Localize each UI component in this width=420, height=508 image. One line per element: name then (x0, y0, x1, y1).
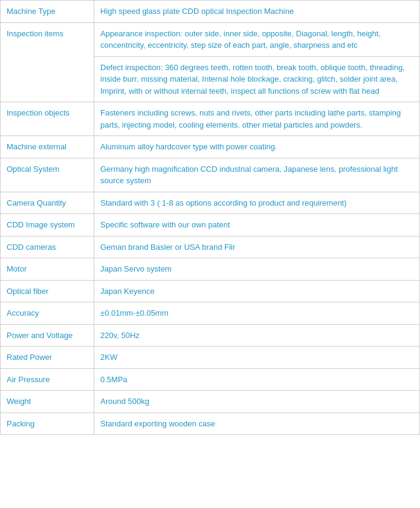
value-optical-system: Germany high magnification CCD industria… (94, 158, 420, 192)
row-optical-system: Optical System Germany high magnificatio… (1, 158, 420, 192)
value-inspection-objects: Fasteners including screws, nuts and riv… (94, 102, 420, 136)
label-optical-system: Optical System (1, 158, 94, 192)
value-cdd-image-system: Specific software with our own patent (94, 214, 420, 236)
label-packing: Packing (1, 412, 94, 435)
value-machine-type: High speed glass plate CDD optical Inspe… (94, 1, 420, 23)
label-machine-external: Machine external (1, 136, 94, 158)
value-motor: Japan Servo system (94, 258, 420, 281)
row-cdd-image-system: CDD Image system Specific software with … (1, 214, 420, 236)
value-weight: Around 500kg (94, 391, 420, 413)
row-rated-power: Rated Power 2KW (1, 347, 420, 369)
value-cdd-cameras: Geman brand Basler or USA brand Flir (94, 236, 420, 258)
row-power-voltage: Power and Voltage 220v, 50Hz (1, 324, 420, 347)
row-packing: Packing Standard exporting wooden case (1, 412, 420, 435)
label-camera-quantity: Camera Quantity (1, 192, 94, 214)
row-machine-external: Machine external Aluminum alloy hardcove… (1, 136, 420, 158)
label-weight: Weight (1, 391, 94, 413)
label-accuracy: Accuracy (1, 302, 94, 325)
label-inspection-items: Inspection items (1, 22, 94, 102)
row-cdd-cameras: CDD cameras Geman brand Basler or USA br… (1, 236, 420, 258)
value-camera-quantity: Standard with 3 ( 1-8 as options accordi… (94, 192, 420, 214)
row-machine-type: Machine Type High speed glass plate CDD … (1, 1, 420, 23)
row-weight: Weight Around 500kg (1, 391, 420, 413)
row-air-pressure: Air Pressure 0.5MPa (1, 368, 420, 391)
label-motor: Motor (1, 258, 94, 281)
row-inspection-objects: Inspection objects Fasteners including s… (1, 102, 420, 136)
label-rated-power: Rated Power (1, 347, 94, 369)
label-machine-type: Machine Type (1, 1, 94, 23)
value-machine-external: Aluminum alloy hardcover type with power… (94, 136, 420, 158)
label-cdd-cameras: CDD cameras (1, 236, 94, 258)
row-camera-quantity: Camera Quantity Standard with 3 ( 1-8 as… (1, 192, 420, 214)
row-accuracy: Accuracy ±0.01mm-±0.05mm (1, 302, 420, 325)
row-optical-fiber: Optical fiber Japan Keyence (1, 280, 420, 302)
label-optical-fiber: Optical fiber (1, 280, 94, 302)
value-rated-power: 2KW (94, 347, 420, 369)
label-inspection-objects: Inspection objects (1, 102, 94, 136)
value-accuracy: ±0.01mm-±0.05mm (94, 302, 420, 325)
value-inspection-items-1: Appearance inspection: outer side, inner… (94, 22, 420, 56)
row-inspection-items: Inspection items Appearance inspection: … (1, 22, 420, 56)
row-motor: Motor Japan Servo system (1, 258, 420, 281)
label-cdd-image-system: CDD Image system (1, 214, 94, 236)
label-power-voltage: Power and Voltage (1, 324, 94, 347)
value-power-voltage: 220v, 50Hz (94, 324, 420, 347)
label-air-pressure: Air Pressure (1, 368, 94, 391)
value-optical-fiber: Japan Keyence (94, 280, 420, 302)
value-air-pressure: 0.5MPa (94, 368, 420, 391)
value-packing: Standard exporting wooden case (94, 412, 420, 435)
value-inspection-items-2: Defect inspection: 360 degrees teeth, ro… (94, 56, 420, 102)
